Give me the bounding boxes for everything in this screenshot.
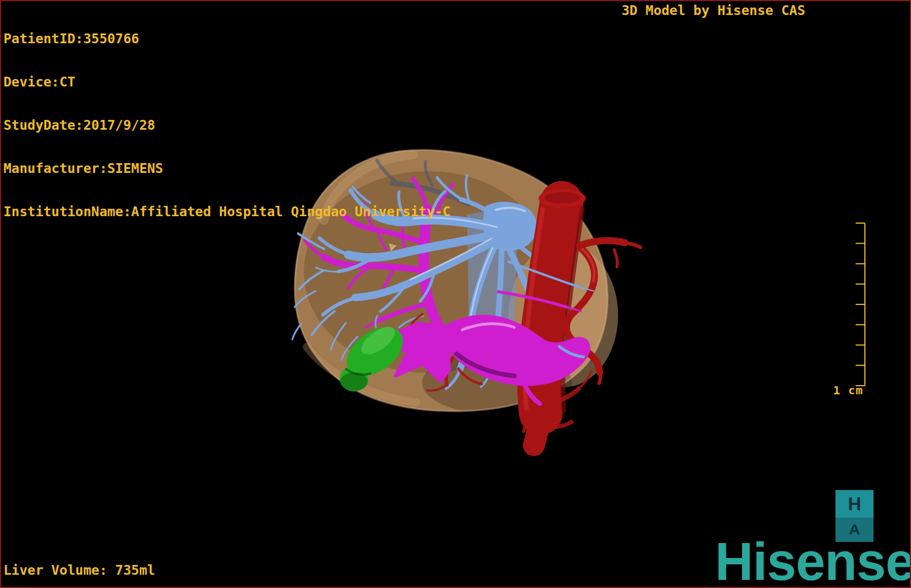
- institution-text: InstitutionName:Affiliated Hospital Qing…: [3, 205, 450, 219]
- scale-ruler-ticks: [856, 223, 865, 386]
- patient-info-block: PatientID:3550766 Device:CT StudyDate:20…: [3, 3, 450, 248]
- scale-ruler: [855, 223, 867, 387]
- viewer-frame: PatientID:3550766 Device:CT StudyDate:20…: [0, 0, 911, 588]
- liver-volume-text: Liver Volume: 735ml: [3, 563, 155, 578]
- study-date-text: StudyDate:2017/9/28: [3, 118, 450, 133]
- scale-ruler-label: 1 cm: [832, 383, 864, 397]
- watermark-text: 3D Model by Hisense CAS: [622, 3, 805, 18]
- hisense-logo: Hisense: [715, 535, 911, 588]
- manufacturer-text: Manufacturer:SIEMENS: [3, 161, 450, 176]
- orientation-face-head: H: [835, 490, 874, 518]
- device-text: Device:CT: [3, 75, 450, 89]
- orientation-letter-h: H: [848, 493, 861, 515]
- patient-id-text: PatientID:3550766: [3, 32, 450, 46]
